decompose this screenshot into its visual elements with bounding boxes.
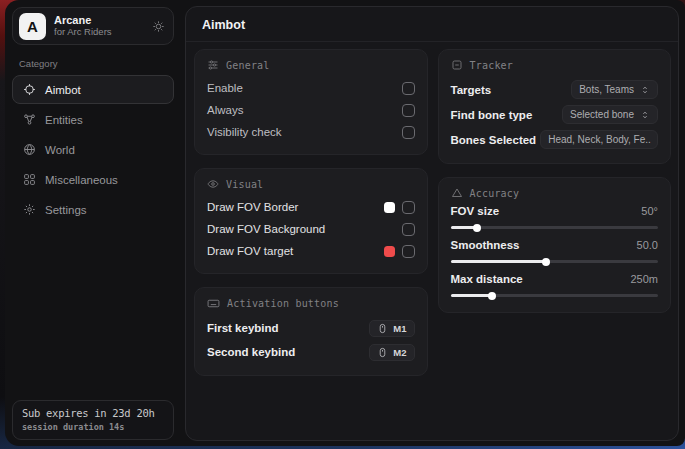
setting-row-second-keybind: Second keybind M2 xyxy=(207,340,415,364)
max-distance-slider[interactable] xyxy=(451,289,659,301)
setting-row-find-bone-type: Find bone type Selected bone xyxy=(451,102,659,127)
sidebar-item-aimbot[interactable]: Aimbot xyxy=(12,75,174,104)
setting-group-max-distance: Max distance 250m xyxy=(451,273,659,301)
setting-label: First keybind xyxy=(207,322,369,334)
card-title: Visual xyxy=(226,179,263,190)
setting-label: Visibility check xyxy=(207,126,402,138)
page-title: Aimbot xyxy=(202,18,662,32)
sidebar-item-label: Miscellaneous xyxy=(45,174,118,186)
setting-label: Draw FOV Border xyxy=(207,201,384,213)
setting-row-bones-selected: Bones Selected Head, Neck, Body, Fe.. xyxy=(451,127,659,152)
app-window: A Arcane for Arc Riders Category xyxy=(5,0,685,446)
setting-row-draw-fov-background: Draw FOV Background xyxy=(207,218,415,240)
slider-thumb[interactable] xyxy=(542,258,550,266)
sidebar-item-label: Settings xyxy=(45,204,87,216)
chevrons-up-down-icon xyxy=(657,135,658,145)
left-column: General Enable Always Visibility check xyxy=(194,49,428,376)
draw-fov-border-checkbox[interactable] xyxy=(402,201,415,214)
sidebar-nav: Aimbot Entities World xyxy=(12,75,174,224)
fov-size-value: 50° xyxy=(641,205,658,217)
sub-expiry-text: Sub expires in 23d 20h xyxy=(22,407,164,419)
setting-group-fov-size: FOV size 50° xyxy=(451,205,659,233)
slider-thumb[interactable] xyxy=(488,292,496,300)
keybind-value: M2 xyxy=(393,347,406,358)
general-card: General Enable Always Visibility check xyxy=(194,49,428,155)
card-title: Tracker xyxy=(470,60,514,71)
right-column: Tracker Targets Bots, Teams Find bone ty… xyxy=(438,49,672,376)
sidebar-item-label: World xyxy=(45,144,75,156)
subscription-info: Sub expires in 23d 20h session duration … xyxy=(12,400,174,440)
keybind-value: M1 xyxy=(393,323,406,334)
category-label: Category xyxy=(19,58,174,69)
setting-label: Enable xyxy=(207,82,402,94)
fov-target-color-swatch[interactable] xyxy=(384,246,395,257)
sidebar-item-entities[interactable]: Entities xyxy=(12,105,174,134)
dropdown-value: Head, Neck, Body, Fe.. xyxy=(548,134,651,145)
smoothness-value: 50.0 xyxy=(637,239,658,251)
fov-border-color-swatch[interactable] xyxy=(384,202,395,213)
draw-fov-background-checkbox[interactable] xyxy=(402,223,415,236)
setting-row-enable: Enable xyxy=(207,77,415,99)
bones-selected-dropdown[interactable]: Head, Neck, Body, Fe.. xyxy=(540,130,658,149)
sidebar: A Arcane for Arc Riders Category xyxy=(5,0,180,446)
setting-row-draw-fov-border: Draw FOV Border xyxy=(207,196,415,218)
brand-subtitle: for Arc Riders xyxy=(54,27,144,38)
entities-icon xyxy=(23,113,36,126)
chevrons-up-down-icon xyxy=(640,85,650,95)
activation-buttons-card: Activation buttons First keybind M1 xyxy=(194,287,428,376)
smoothness-slider[interactable] xyxy=(451,255,659,267)
panel-header: Aimbot xyxy=(186,7,678,42)
crosshair-icon xyxy=(23,83,36,96)
visibility-check-checkbox[interactable] xyxy=(402,126,415,139)
setting-group-smoothness: Smoothness 50.0 xyxy=(451,239,659,267)
gear-icon xyxy=(23,203,36,216)
setting-row-targets: Targets Bots, Teams xyxy=(451,77,659,102)
triangle-icon xyxy=(451,187,463,199)
sidebar-item-miscellaneous[interactable]: Miscellaneous xyxy=(12,165,174,194)
enable-checkbox[interactable] xyxy=(402,82,415,95)
setting-row-always: Always xyxy=(207,99,415,121)
always-checkbox[interactable] xyxy=(402,104,415,117)
sidebar-item-label: Aimbot xyxy=(45,84,81,96)
card-title: Accuracy xyxy=(470,188,520,199)
setting-row-visibility-check: Visibility check xyxy=(207,121,415,143)
mouse-icon xyxy=(377,323,388,334)
fov-size-slider[interactable] xyxy=(451,221,659,233)
first-keybind-button[interactable]: M1 xyxy=(369,320,414,337)
grid-icon xyxy=(23,173,36,186)
tracker-card: Tracker Targets Bots, Teams Find bone ty… xyxy=(438,49,672,164)
keyboard-icon xyxy=(207,297,220,310)
setting-label: Targets xyxy=(451,84,572,96)
setting-label: FOV size xyxy=(451,205,642,217)
second-keybind-button[interactable]: M2 xyxy=(369,344,414,361)
brand-name: Arcane xyxy=(54,14,144,27)
setting-label: Bones Selected xyxy=(451,134,537,146)
session-duration-text: session duration 14s xyxy=(22,422,164,432)
main-panel: Aimbot General xyxy=(185,6,679,441)
draw-fov-target-checkbox[interactable] xyxy=(402,245,415,258)
setting-label: Find bone type xyxy=(451,109,563,121)
setting-label: Smoothness xyxy=(451,239,637,251)
setting-label: Draw FOV Background xyxy=(207,223,402,235)
setting-row-draw-fov-target: Draw FOV target xyxy=(207,240,415,262)
sliders-icon xyxy=(207,59,219,71)
mouse-icon xyxy=(377,347,388,358)
settings-gear-icon[interactable] xyxy=(152,20,165,33)
globe-icon xyxy=(23,143,36,156)
visual-card: Visual Draw FOV Border Draw FOV Backgrou… xyxy=(194,168,428,274)
dropdown-value: Selected bone xyxy=(570,109,634,120)
accuracy-card: Accuracy FOV size 50° xyxy=(438,177,672,313)
sidebar-item-world[interactable]: World xyxy=(12,135,174,164)
find-bone-type-dropdown[interactable]: Selected bone xyxy=(562,105,658,124)
app-logo: A xyxy=(19,13,46,40)
setting-label: Second keybind xyxy=(207,346,369,358)
setting-label: Max distance xyxy=(451,273,631,285)
setting-label: Draw FOV target xyxy=(207,245,384,257)
targets-dropdown[interactable]: Bots, Teams xyxy=(571,80,658,99)
sidebar-item-label: Entities xyxy=(45,114,83,126)
card-title: General xyxy=(226,60,270,71)
sidebar-item-settings[interactable]: Settings xyxy=(12,195,174,224)
setting-label: Always xyxy=(207,104,402,116)
slider-thumb[interactable] xyxy=(473,224,481,232)
eye-icon xyxy=(207,178,219,190)
